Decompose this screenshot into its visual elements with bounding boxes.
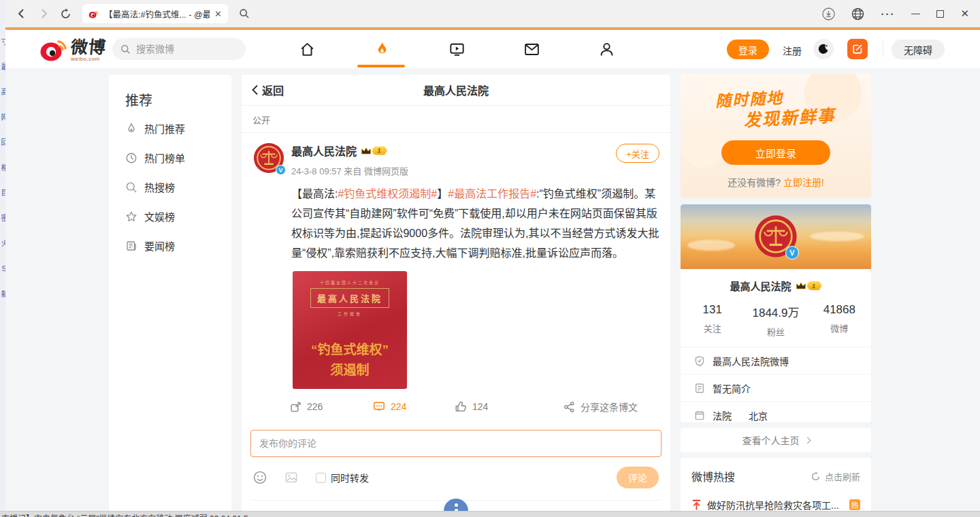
- sidebar-item-hot-search[interactable]: 热搜榜: [109, 172, 231, 202]
- stat-label: 粉丝: [744, 325, 807, 338]
- view-profile-link[interactable]: 查看个人主页: [681, 428, 871, 452]
- stat-following[interactable]: 131 关注: [681, 303, 744, 338]
- repost-button[interactable]: 226: [290, 401, 373, 413]
- thumbs-up-icon: [455, 401, 467, 413]
- nav-home[interactable]: [298, 40, 316, 58]
- browser-back-icon[interactable]: [16, 8, 27, 19]
- repost-toggle-label: 同时转发: [331, 471, 369, 484]
- stat-posts[interactable]: 41868 微博: [808, 303, 871, 338]
- window-close-icon[interactable]: ✕: [960, 7, 969, 20]
- downloads-icon[interactable]: [822, 7, 835, 20]
- background-window-left-sliver: 寸最高网回格目密火S新: [0, 0, 5, 517]
- post-author-avatar[interactable]: V: [253, 142, 284, 174]
- active-tab-underline: [357, 65, 405, 67]
- profile-category-row: 法院 北京: [681, 402, 871, 422]
- register-link[interactable]: 注册: [783, 44, 802, 57]
- share-button[interactable]: 分享这条博文: [564, 400, 638, 413]
- background-window-bottom-text: 支援记】中央气象台 “云层”继续向东北方向移动 强度减弱 09 04 01.5: [0, 512, 980, 517]
- hot-search-refresh[interactable]: 点击刷新: [811, 470, 860, 483]
- sidebar-item-news[interactable]: 要闻榜: [109, 231, 231, 260]
- crown-icon: [796, 281, 806, 290]
- nav-video[interactable]: [448, 40, 466, 58]
- stat-value: 131: [681, 303, 744, 317]
- post-timestamp[interactable]: 24-3-8 09:57 来自 微博网页版: [291, 164, 659, 177]
- browser-menu-icon[interactable]: ···: [881, 8, 895, 20]
- header-search[interactable]: [112, 38, 246, 60]
- compose-button[interactable]: [847, 39, 868, 59]
- tab-close-icon[interactable]: ✕: [214, 9, 222, 19]
- repost-toggle[interactable]: 同时转发: [316, 471, 369, 484]
- profile-verified-row: 最高人民法院微博: [681, 347, 871, 375]
- search-icon: [120, 44, 131, 54]
- login-now-button[interactable]: 立即登录: [721, 140, 830, 165]
- hashtag-link[interactable]: #钓鱼式维权须遏制#: [338, 188, 437, 200]
- view-profile-label: 查看个人主页: [742, 433, 800, 447]
- hot-search-text: 做好防汛抗旱抢险救灾各项工...: [707, 498, 844, 512]
- register-now-link[interactable]: 立即注册!: [783, 177, 824, 188]
- sidebar-item-hot-recommend[interactable]: 热门推荐: [109, 114, 231, 143]
- nav-hot[interactable]: [373, 40, 391, 58]
- weibo-logo[interactable]: 微博 weibo.com: [39, 36, 106, 62]
- stat-value: 41868: [808, 303, 871, 317]
- profile-stats: 131 关注 1844.9万 粉丝 41868 微博: [681, 303, 871, 338]
- comment-button[interactable]: 224: [373, 401, 455, 413]
- browser-forward-icon[interactable]: [38, 8, 49, 19]
- post-author-name[interactable]: 最高人民法院: [291, 142, 357, 159]
- verified-badge: V: [785, 246, 799, 260]
- sidebar-item-label: 热门推荐: [144, 121, 185, 136]
- stat-label: 关注: [681, 322, 744, 334]
- back-button[interactable]: 返回: [251, 82, 284, 98]
- browser-search-icon[interactable]: [239, 8, 250, 19]
- emoji-picker-button[interactable]: [253, 471, 267, 484]
- profile-bio-text: 暂无简介: [713, 381, 751, 395]
- accessibility-button[interactable]: 无障碍: [892, 40, 945, 59]
- mail-icon: [523, 41, 540, 58]
- like-button[interactable]: 124: [455, 401, 564, 413]
- profile-avatar[interactable]: V: [754, 215, 798, 258]
- stat-followers[interactable]: 1844.9万 粉丝: [744, 303, 807, 338]
- profile-bio-row: 暂无简介: [681, 375, 871, 402]
- post-image-line2: 须遏制: [311, 360, 389, 381]
- follow-button[interactable]: +关注: [616, 144, 659, 163]
- sidebar-item-hot-list[interactable]: 热门榜单: [109, 143, 231, 172]
- browser-tab[interactable]: 【最高法:#钓鱼式维... - @最 ✕: [82, 4, 228, 23]
- nav-profile[interactable]: [598, 40, 615, 58]
- login-button[interactable]: 登录: [727, 40, 769, 59]
- dark-mode-toggle[interactable]: [813, 39, 834, 59]
- picture-icon: [284, 471, 298, 484]
- comment-input[interactable]: [250, 430, 662, 457]
- header-divider: [883, 41, 883, 57]
- post-image[interactable]: 十四届全国人大二次会议 最高人民法院 工作报告 “钓鱼式维权” 须遏制: [293, 271, 407, 389]
- background-window-bottom-sliver: 支援记】中央气象台 “云层”继续向东北方向移动 强度减弱 09 04 01.5: [0, 511, 980, 517]
- post-image-header: 十四届全国人大二次会议: [320, 279, 380, 285]
- hashtag-link[interactable]: #最高法工作报告#: [448, 188, 536, 200]
- maximize-icon[interactable]: [936, 10, 944, 18]
- sidebar-item-entertainment[interactable]: 文娱榜: [109, 202, 231, 231]
- profile-cover-image: V: [681, 204, 871, 269]
- minimize-icon[interactable]: [911, 14, 920, 14]
- nav-messages[interactable]: [523, 40, 540, 58]
- repost-count: 226: [307, 401, 323, 412]
- flame-outline-icon: [125, 123, 137, 135]
- sidebar-item-label: 热搜榜: [144, 180, 175, 194]
- news-icon: [125, 240, 137, 252]
- attach-image-button[interactable]: [284, 471, 298, 484]
- browser-refresh-icon[interactable]: [60, 8, 71, 20]
- stat-value: 1844.9万: [744, 303, 807, 320]
- hot-search-item[interactable]: 做好防汛抗旱抢险救灾各项工... 热: [691, 498, 860, 512]
- hot-search-title: 微博热搜: [691, 468, 735, 484]
- profile-name[interactable]: 最高人民法院: [730, 279, 791, 293]
- comment-submit-button[interactable]: 评论: [617, 467, 659, 488]
- globe-icon[interactable]: [851, 7, 864, 20]
- weibo-eye-icon: [39, 36, 69, 62]
- search-input[interactable]: [136, 44, 231, 54]
- repost-icon: [290, 401, 301, 413]
- refresh-icon: [811, 471, 821, 482]
- logo-title: 微博: [70, 39, 108, 56]
- calendar-icon: [694, 410, 705, 421]
- flame-icon: [374, 41, 391, 58]
- sidebar-title: 推荐: [109, 75, 231, 114]
- magnifier-icon: [125, 181, 137, 193]
- hot-badge: 热: [849, 499, 860, 510]
- checkbox-icon[interactable]: [316, 473, 326, 483]
